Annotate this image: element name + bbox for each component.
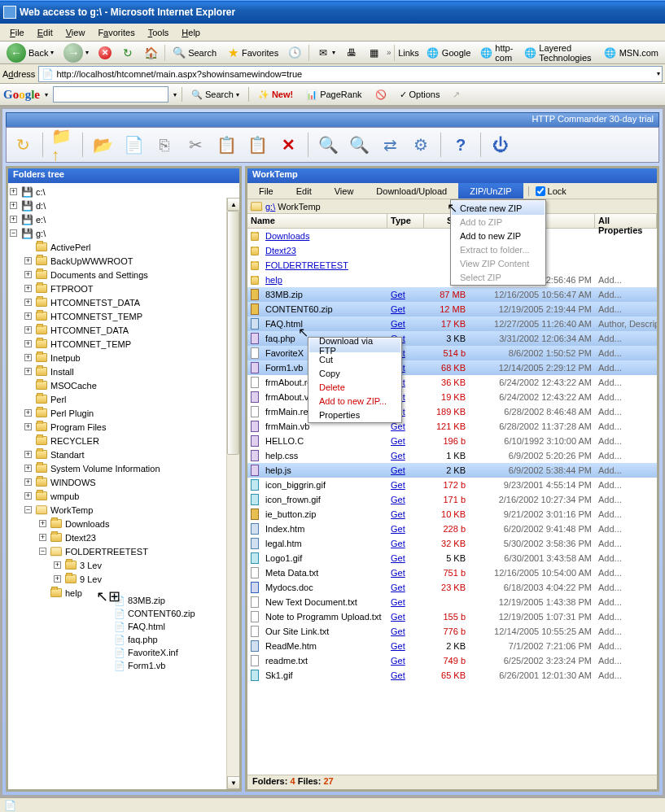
file-row[interactable]: FAQ.htmlGet17 KB12/27/2005 11:26:40 AMAu…	[247, 317, 657, 331]
tree-node[interactable]: +BackUpWWWROOT	[10, 254, 238, 268]
tree-node[interactable]: +System Volume Information	[10, 461, 238, 475]
file-row[interactable]: readme.txtGet749 b6/25/2002 3:23:24 PMAd…	[247, 653, 657, 668]
tree-toggle-icon[interactable]: +	[24, 312, 32, 320]
print-button[interactable]: 🖶	[341, 44, 362, 62]
tree-node[interactable]: +Inetpub	[10, 351, 238, 365]
file-row[interactable]: legal.htmGet32 KB5/30/2002 3:58:36 PMAdd…	[247, 536, 657, 551]
app-up-button[interactable]: 📁↑	[51, 133, 74, 156]
menu-tools[interactable]: Tools	[142, 26, 176, 39]
app-mirror-button[interactable]: ⇄	[378, 133, 401, 156]
app-cut-button[interactable]: ✂	[184, 133, 207, 156]
file-row[interactable]: ReadMe.htmGet2 KB7/1/2002 7:21:06 PMAdd.…	[247, 639, 657, 653]
app-copy-button[interactable]: ⎘	[153, 133, 176, 156]
context-menu-item[interactable]: Copy	[309, 366, 400, 380]
tree-toggle-icon[interactable]: +	[24, 478, 32, 486]
menu-help[interactable]: Help	[175, 26, 207, 39]
google-new-button[interactable]: ✨New!	[254, 86, 297, 103]
app-settings-button[interactable]: ⚙	[409, 133, 432, 156]
tree-toggle-icon[interactable]: +	[10, 202, 17, 209]
menu-favorites[interactable]: Favorites	[91, 26, 141, 39]
file-row[interactable]: HELLO.CGet196 b6/10/1992 3:10:00 AMAdd..…	[247, 434, 657, 448]
filemenu-view[interactable]: View	[323, 183, 365, 199]
app-open-folder-button[interactable]: 📂	[91, 133, 114, 156]
zip-menu-item[interactable]: Add to new ZIP	[452, 229, 545, 242]
menu-file[interactable]: File	[3, 26, 31, 39]
context-menu-item[interactable]: Delete	[309, 380, 400, 394]
tree-toggle-icon[interactable]: +	[24, 299, 32, 306]
addr-dropdown-icon[interactable]: ▾	[657, 70, 660, 77]
tree-toggle-icon[interactable]: +	[24, 354, 32, 361]
tree-node[interactable]: +3 Lev	[10, 558, 238, 572]
home-button[interactable]: 🏠	[140, 44, 161, 62]
link-msn[interactable]: 🌐MSN.com	[600, 44, 663, 62]
google-extra-button[interactable]: ↗	[448, 86, 464, 103]
tree-node[interactable]: +Program Files	[10, 420, 238, 434]
tree-node[interactable]: help	[10, 586, 238, 600]
tree-toggle-icon[interactable]: +	[54, 575, 61, 583]
file-row[interactable]: New Text Document.txtGet12/19/2005 1:43:…	[247, 595, 657, 609]
tree-node[interactable]: +💾e:\	[10, 212, 238, 226]
file-row[interactable]: ie_button.zipGet10 KB9/21/2002 3:01:16 P…	[247, 507, 657, 522]
stop-button[interactable]: ✕	[94, 44, 116, 62]
google-search-button[interactable]: 🔍Search▾	[187, 86, 243, 103]
col-name[interactable]: Name	[247, 214, 387, 228]
context-menu-item[interactable]: Download via FTP	[309, 338, 400, 352]
tree-toggle-icon[interactable]: −	[39, 548, 46, 555]
tree-node[interactable]: +9 Lev	[10, 572, 238, 586]
menu-edit[interactable]: Edit	[31, 26, 59, 39]
tree-toggle-icon[interactable]: +	[39, 534, 46, 541]
tree-toggle-icon[interactable]: +	[24, 423, 32, 430]
mail-button[interactable]: ✉▾	[313, 44, 339, 62]
tree-node[interactable]: RECYCLER	[10, 434, 238, 447]
tree-node[interactable]: −WorkTemp	[10, 503, 238, 517]
tree-toggle-icon[interactable]: +	[24, 271, 32, 278]
tree-toggle-icon[interactable]: −	[10, 229, 17, 237]
filemenu-download[interactable]: Download/Upload	[365, 183, 458, 199]
tree-node[interactable]: MSOCache	[10, 378, 238, 392]
file-row[interactable]: Logo1.gifGet5 KB6/30/2001 3:43:58 AMAdd.…	[247, 551, 657, 565]
tree-toggle-icon[interactable]: +	[39, 520, 46, 527]
tree-toggle-icon[interactable]: +	[24, 492, 32, 500]
file-row[interactable]: 83MB.zipGet87 MB12/16/2005 10:56:47 AMAd…	[247, 287, 657, 302]
scroll-thumb[interactable]	[227, 211, 239, 455]
scroll-down-icon[interactable]: ▼	[227, 776, 239, 789]
refresh-button[interactable]: ↻	[117, 44, 138, 62]
tree-toggle-icon[interactable]	[24, 437, 32, 444]
tree-toggle-icon[interactable]: +	[24, 465, 32, 472]
tree-toggle-icon[interactable]	[24, 243, 32, 251]
context-menu-item[interactable]: Add to new ZIP...	[309, 394, 400, 408]
tree-node[interactable]: −FOLDERTREETEST	[10, 544, 238, 558]
app-logout-button[interactable]: ⏻	[489, 133, 512, 156]
lock-checkbox-input[interactable]	[536, 186, 545, 196]
search-button[interactable]: 🔍Search	[168, 44, 221, 62]
col-type[interactable]: Type	[387, 214, 424, 228]
tree-node[interactable]: −💾g:\	[10, 226, 238, 240]
file-row[interactable]: CONTENT60.zipGet12 MB12/19/2005 2:19:44 …	[247, 302, 657, 317]
app-help-button[interactable]: ?	[449, 133, 472, 156]
tree-node[interactable]: +Downloads	[10, 517, 238, 530]
tree-toggle-icon[interactable]: +	[10, 188, 17, 195]
lock-checkbox[interactable]: Lock	[528, 186, 567, 196]
app-new-file-button[interactable]: 📄	[122, 133, 145, 156]
tree-node[interactable]: +FTPROOT	[10, 282, 238, 295]
tree-node[interactable]: Perl	[10, 392, 238, 406]
file-row[interactable]: Mydocs.docGet23 KB6/18/2003 4:04:22 PMAd…	[247, 580, 657, 595]
tree-node[interactable]: +HTCOMNET_DATA	[10, 323, 238, 337]
context-menu[interactable]: Download via FTPCutCopyDeleteAdd to new …	[308, 337, 402, 423]
blocked-button[interactable]: 🚫	[371, 86, 391, 103]
tree-toggle-icon[interactable]: +	[24, 340, 32, 347]
file-row[interactable]: Sk1.gifGet65 KB6/26/2001 12:01:30 AMAdd.…	[247, 668, 657, 683]
pagerank-button[interactable]: 📊PageRank	[302, 86, 365, 103]
file-row[interactable]: help.cssGet1 KB6/9/2002 5:20:26 PMAdd...	[247, 448, 657, 463]
forward-button[interactable]: → ▾	[59, 44, 93, 62]
tree-node[interactable]: +HTCOMNETST_DATA	[10, 295, 238, 309]
file-row[interactable]: Our Site Link.txtGet776 b12/14/2005 10:5…	[247, 624, 657, 639]
tree-node[interactable]: +💾d:\	[10, 199, 238, 212]
filemenu-edit[interactable]: Edit	[285, 183, 323, 199]
tree-toggle-icon[interactable]	[24, 382, 32, 389]
tree-toggle-icon[interactable]: +	[24, 257, 32, 264]
tree-node[interactable]: +Install	[10, 365, 238, 378]
app-refresh-button[interactable]: ↻	[11, 133, 34, 156]
tree-toggle-icon[interactable]: +	[10, 216, 17, 223]
file-row[interactable]: icon_biggrin.gifGet172 b9/23/2001 4:55:1…	[247, 478, 657, 492]
